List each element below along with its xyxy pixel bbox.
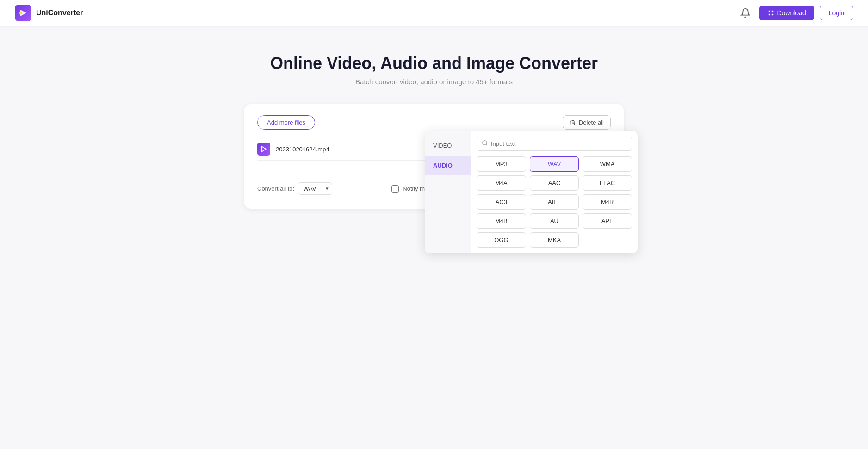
format-option-wma[interactable]: WMA (583, 156, 632, 172)
dropdown-tab-audio[interactable]: AUDIO (425, 156, 471, 175)
login-button[interactable]: Login (820, 6, 853, 20)
convert-all-label: Convert all to: (257, 185, 294, 192)
download-label: Download (777, 9, 806, 17)
format-option-aiff[interactable]: AIFF (530, 194, 579, 210)
notify-checkbox[interactable] (391, 185, 399, 193)
notification-button[interactable] (737, 5, 754, 21)
format-option-ac3[interactable]: AC3 (477, 194, 526, 210)
svg-line-9 (486, 144, 488, 146)
header-right: Download Login (737, 5, 853, 21)
download-button[interactable]: Download (759, 6, 814, 20)
format-option-wav[interactable]: WAV (530, 156, 579, 172)
file-type-icon (257, 143, 270, 156)
svg-rect-5 (772, 14, 774, 16)
convert-all-wrapper: Convert all to: WAV MP3 AAC FLAC M4A (257, 182, 332, 195)
format-option-ogg[interactable]: OGG (477, 232, 526, 248)
dropdown-sidebar: VIDEO AUDIO (425, 131, 471, 253)
card-top-bar: Add more files Delete all (257, 115, 611, 130)
dropdown-inner: VIDEO AUDIO MP3 (425, 131, 638, 253)
format-option-au[interactable]: AU (530, 213, 579, 229)
format-option-mp3[interactable]: MP3 (477, 156, 526, 172)
format-option-m4b[interactable]: M4B (477, 213, 526, 229)
svg-rect-3 (772, 11, 774, 12)
svg-marker-6 (261, 146, 266, 152)
search-icon (482, 140, 488, 148)
header: UniConverter Download Login (0, 0, 868, 26)
delete-all-label: Delete all (579, 119, 604, 126)
format-option-m4a[interactable]: M4A (477, 175, 526, 191)
format-option-ape[interactable]: APE (583, 213, 632, 229)
format-search-input[interactable] (491, 140, 627, 147)
add-more-files-button[interactable]: Add more files (257, 115, 315, 130)
format-option-m4r[interactable]: M4R (583, 194, 632, 210)
delete-all-button[interactable]: Delete all (563, 115, 611, 130)
converter-card: Add more files Delete all 202310201624.m… (244, 104, 624, 209)
page-title: Online Video, Audio and Image Converter (270, 54, 598, 73)
svg-point-8 (483, 141, 487, 145)
page-subtitle: Batch convert video, audio or image to 4… (355, 78, 513, 86)
svg-rect-2 (769, 11, 770, 12)
dropdown-content: MP3 WAV WMA M4A AAC FLAC AC3 AIFF M4R M4… (471, 131, 638, 253)
format-grid: MP3 WAV WMA M4A AAC FLAC AC3 AIFF M4R M4… (477, 156, 632, 248)
format-dropdown-panel: VIDEO AUDIO MP3 (425, 131, 638, 253)
svg-rect-4 (769, 14, 770, 16)
format-search-bar (477, 137, 632, 151)
logo-icon (15, 5, 31, 21)
app-name: UniConverter (36, 9, 83, 17)
dropdown-tab-video[interactable]: VIDEO (425, 136, 471, 156)
file-name: 202310201624.mp4 (276, 146, 345, 153)
main-content: Online Video, Audio and Image Converter … (0, 26, 868, 227)
convert-all-select-wrapper: WAV MP3 AAC FLAC M4A (298, 182, 332, 195)
format-option-aac[interactable]: AAC (530, 175, 579, 191)
format-option-mka[interactable]: MKA (530, 232, 579, 248)
format-option-flac[interactable]: FLAC (583, 175, 632, 191)
svg-point-1 (19, 12, 22, 14)
header-left: UniConverter (15, 5, 83, 21)
convert-all-select[interactable]: WAV MP3 AAC FLAC M4A (298, 182, 332, 195)
